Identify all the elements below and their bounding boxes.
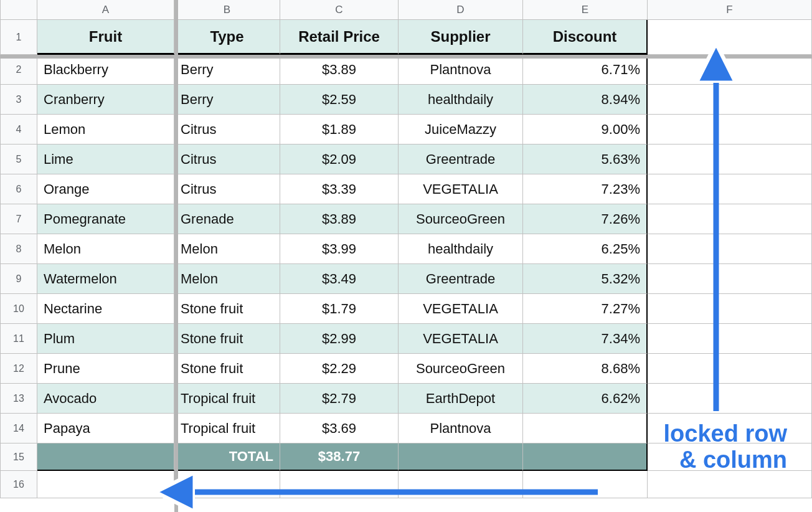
row-header-3[interactable]: 3: [0, 85, 37, 115]
cell-E3[interactable]: 8.94%: [523, 85, 648, 115]
cell-C10[interactable]: $1.79: [280, 294, 399, 324]
cell-C14[interactable]: $3.69: [280, 414, 399, 443]
cell-D14[interactable]: Plantnova: [399, 414, 523, 443]
cell-E4[interactable]: 9.00%: [523, 115, 648, 145]
cell-C3[interactable]: $2.59: [280, 85, 399, 115]
row-header-1[interactable]: 1: [0, 20, 37, 55]
cell-A4[interactable]: Lemon: [37, 115, 174, 145]
cell-A7[interactable]: Pomegranate: [37, 204, 174, 234]
cell-D4[interactable]: JuiceMazzy: [399, 115, 523, 145]
col-header-B[interactable]: B: [174, 0, 280, 20]
cell-A8[interactable]: Melon: [37, 234, 174, 264]
cell-E9[interactable]: 5.32%: [523, 264, 648, 294]
total-value[interactable]: $38.77: [280, 443, 399, 471]
cell-D10[interactable]: VEGETALIA: [399, 294, 523, 324]
row-header-7[interactable]: 7: [0, 204, 37, 234]
cell-C7[interactable]: $3.89: [280, 204, 399, 234]
cell-D3[interactable]: healthdaily: [399, 85, 523, 115]
cell-B5[interactable]: Citrus: [174, 145, 280, 174]
cell-E15[interactable]: [523, 443, 648, 471]
cell-D11[interactable]: VEGETALIA: [399, 324, 523, 354]
cell-F5[interactable]: [648, 145, 812, 174]
cell-B8[interactable]: Melon: [174, 234, 280, 264]
row-header-9[interactable]: 9: [0, 264, 37, 294]
cell-F1[interactable]: [648, 20, 812, 55]
cell-D2[interactable]: Plantnova: [399, 55, 523, 85]
select-all-corner[interactable]: [0, 0, 37, 20]
cell-B14[interactable]: Tropical fruit: [174, 414, 280, 443]
cell-E2[interactable]: 6.71%: [523, 55, 648, 85]
row-header-11[interactable]: 11: [0, 324, 37, 354]
cell-A13[interactable]: Avocado: [37, 384, 174, 414]
cell-C12[interactable]: $2.29: [280, 354, 399, 384]
cell-F11[interactable]: [648, 324, 812, 354]
cell-C16[interactable]: [280, 471, 399, 498]
cell-F10[interactable]: [648, 294, 812, 324]
row-header-4[interactable]: 4: [0, 115, 37, 145]
cell-B6[interactable]: Citrus: [174, 174, 280, 204]
row-header-8[interactable]: 8: [0, 234, 37, 264]
cell-A10[interactable]: Nectarine: [37, 294, 174, 324]
cell-D15[interactable]: [399, 443, 523, 471]
cell-B12[interactable]: Stone fruit: [174, 354, 280, 384]
cell-F6[interactable]: [648, 174, 812, 204]
cell-A12[interactable]: Prune: [37, 354, 174, 384]
row-header-5[interactable]: 5: [0, 145, 37, 174]
cell-E12[interactable]: 8.68%: [523, 354, 648, 384]
cell-D13[interactable]: EarthDepot: [399, 384, 523, 414]
cell-B4[interactable]: Citrus: [174, 115, 280, 145]
cell-A16[interactable]: [37, 471, 174, 498]
cell-B10[interactable]: Stone fruit: [174, 294, 280, 324]
cell-B9[interactable]: Melon: [174, 264, 280, 294]
row-header-16[interactable]: 16: [0, 471, 37, 498]
total-label[interactable]: TOTAL: [174, 443, 280, 471]
row-header-15[interactable]: 15: [0, 443, 37, 471]
cell-F12[interactable]: [648, 354, 812, 384]
cell-C2[interactable]: $3.89: [280, 55, 399, 85]
cell-C4[interactable]: $1.89: [280, 115, 399, 145]
cell-B13[interactable]: Tropical fruit: [174, 384, 280, 414]
cell-B16[interactable]: [174, 471, 280, 498]
row-header-10[interactable]: 10: [0, 294, 37, 324]
cell-F7[interactable]: [648, 204, 812, 234]
cell-D12[interactable]: SourceoGreen: [399, 354, 523, 384]
cell-A3[interactable]: Cranberry: [37, 85, 174, 115]
cell-D16[interactable]: [399, 471, 523, 498]
cell-C5[interactable]: $2.09: [280, 145, 399, 174]
col-header-C[interactable]: C: [280, 0, 399, 20]
cell-F16[interactable]: [648, 471, 812, 498]
cell-E16[interactable]: [523, 471, 648, 498]
cell-D7[interactable]: SourceoGreen: [399, 204, 523, 234]
cell-C6[interactable]: $3.39: [280, 174, 399, 204]
cell-E11[interactable]: 7.34%: [523, 324, 648, 354]
cell-E10[interactable]: 7.27%: [523, 294, 648, 324]
cell-E8[interactable]: 6.25%: [523, 234, 648, 264]
cell-F8[interactable]: [648, 234, 812, 264]
cell-F15[interactable]: [648, 443, 812, 471]
cell-A2[interactable]: Blackberry: [37, 55, 174, 85]
cell-C11[interactable]: $2.99: [280, 324, 399, 354]
cell-D5[interactable]: Greentrade: [399, 145, 523, 174]
cell-A11[interactable]: Plum: [37, 324, 174, 354]
cell-A14[interactable]: Papaya: [37, 414, 174, 443]
cell-E5[interactable]: 5.63%: [523, 145, 648, 174]
cell-F9[interactable]: [648, 264, 812, 294]
cell-F4[interactable]: [648, 115, 812, 145]
cell-D9[interactable]: Greentrade: [399, 264, 523, 294]
header-retail-price[interactable]: Retail Price: [280, 20, 399, 55]
cell-E13[interactable]: 6.62%: [523, 384, 648, 414]
cell-A15[interactable]: [37, 443, 174, 471]
cell-F13[interactable]: [648, 384, 812, 414]
cell-E6[interactable]: 7.23%: [523, 174, 648, 204]
cell-A5[interactable]: Lime: [37, 145, 174, 174]
col-header-D[interactable]: D: [399, 0, 523, 20]
row-header-13[interactable]: 13: [0, 384, 37, 414]
row-header-12[interactable]: 12: [0, 354, 37, 384]
cell-C9[interactable]: $3.49: [280, 264, 399, 294]
cell-B7[interactable]: Grenade: [174, 204, 280, 234]
cell-D6[interactable]: VEGETALIA: [399, 174, 523, 204]
header-fruit[interactable]: Fruit: [37, 20, 174, 55]
row-header-2[interactable]: 2: [0, 55, 37, 85]
spreadsheet[interactable]: A B C D E F 1 Fruit Type Retail Price Su…: [0, 0, 812, 512]
cell-B3[interactable]: Berry: [174, 85, 280, 115]
